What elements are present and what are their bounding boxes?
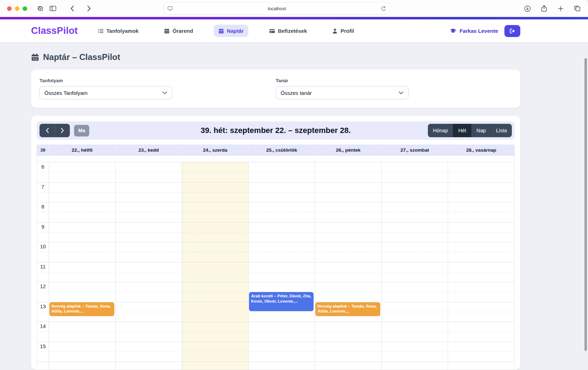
nav-item-profil[interactable]: Profil [328, 25, 358, 37]
day-column-6[interactable] [448, 162, 514, 370]
view-button-het[interactable]: Hét [453, 124, 471, 137]
nav-item-befizetesek[interactable]: Befizetések [265, 25, 312, 37]
calendar-event-0[interactable]: Norvég alapfok – Tamás, Ilona, Attila, L… [49, 302, 114, 316]
week-number: 39 [37, 145, 49, 155]
calendar-icon [164, 28, 170, 34]
logout-button[interactable] [504, 25, 520, 37]
next-week-button[interactable] [55, 124, 70, 137]
prev-week-button[interactable] [40, 124, 55, 137]
downloads-icon[interactable] [522, 3, 533, 14]
half-hour-line [37, 232, 514, 232]
close-window-button[interactable] [7, 6, 12, 11]
half-hour-line [37, 352, 514, 352]
chevron-down-icon [162, 91, 167, 95]
nav-links: Tanfolyamok Órarend Naptár Befizetések P… [93, 25, 359, 37]
back-button[interactable] [67, 3, 77, 14]
day-header-2: 24., szerda [182, 145, 248, 155]
nav-item-tanfolyamok[interactable]: Tanfolyamok [93, 25, 143, 37]
new-tab-icon[interactable] [555, 3, 566, 14]
hour-line [37, 242, 514, 242]
view-button-lista[interactable]: Lista [491, 124, 512, 137]
window-copy-icon[interactable] [35, 3, 46, 14]
hour-label-8: 8 [37, 202, 49, 210]
calendar-event-2[interactable]: Norvég alapfok – Tamás, Ilona, Attila, L… [315, 302, 380, 316]
half-hour-line [37, 172, 514, 172]
half-hour-line [37, 272, 514, 272]
hour-label-10: 10 [37, 242, 49, 249]
hour-line [37, 182, 514, 183]
user-icon [332, 28, 338, 34]
chevron-down-icon [399, 91, 404, 95]
current-user[interactable]: Farkas Levente [450, 28, 498, 34]
hour-line [37, 322, 514, 322]
calendar-icon [31, 53, 39, 61]
calendar-icon [218, 28, 224, 34]
day-header-row: 39 22., hétfő23., kedd24., szerda25., cs… [37, 145, 515, 156]
hour-label-6: 6 [37, 162, 49, 170]
scrollbar-thumb[interactable] [584, 58, 587, 351]
day-header-5: 27., szombat [381, 145, 448, 155]
day-column-3[interactable] [248, 162, 315, 370]
teacher-filter-label: Tanár [276, 78, 512, 83]
user-name: Farkas Levente [460, 28, 498, 34]
hour-line [37, 222, 514, 223]
view-button-nap[interactable]: Nap [471, 124, 491, 137]
share-icon[interactable] [539, 3, 549, 14]
zoom-window-button[interactable] [23, 6, 27, 11]
hour-label-12: 12 [37, 282, 49, 289]
page-format-icon[interactable] [168, 6, 173, 11]
day-header-3: 25., csütörtök [248, 145, 315, 155]
list-icon [98, 28, 104, 34]
credit-card-icon [269, 28, 275, 34]
allday-strip [37, 156, 515, 162]
today-button[interactable]: Ma [74, 125, 89, 137]
day-header-1: 23., kedd [115, 145, 182, 155]
nav-item-orarend[interactable]: Órarend [159, 25, 198, 37]
calendar-toolbar: Ma 39. hét: szeptember 22. – szeptember … [37, 121, 515, 140]
day-column-2-today[interactable] [182, 162, 248, 370]
day-column-5[interactable] [381, 162, 448, 370]
day-column-4[interactable] [315, 162, 381, 370]
hour-label-7: 7 [37, 182, 49, 190]
hour-line [37, 262, 514, 262]
main-content: Naptár – ClassPilot Tanfolyam Összes Tan… [0, 42, 588, 370]
course-select[interactable]: Összes Tanfolyam [40, 86, 172, 99]
half-hour-line [37, 192, 514, 193]
day-header-0: 22., hétfő [49, 145, 115, 155]
sidebar-toggle-icon[interactable] [48, 3, 58, 14]
calendar-event-1[interactable]: Arab kezdő – Péter, Dávid, Zita, Kevin, … [249, 292, 314, 311]
hour-line [37, 282, 514, 282]
half-hour-line [37, 332, 514, 332]
sign-out-icon [509, 28, 515, 34]
browser-toolbar: localhost [0, 0, 588, 17]
hour-label-11: 11 [37, 262, 49, 269]
hour-line [37, 342, 514, 342]
tab-overview-icon[interactable] [572, 3, 582, 14]
filters-card: Tanfolyam Összes Tanfolyam Tanár Összes … [31, 69, 520, 108]
url-text: localhost [173, 6, 381, 11]
forward-button[interactable] [84, 3, 94, 14]
app-logo[interactable]: ClassPilot [31, 25, 78, 36]
half-hour-line [37, 212, 514, 212]
view-button-honap[interactable]: Hónap [428, 124, 453, 137]
calendar-card: Ma 39. hét: szeptember 22. – szeptember … [31, 116, 520, 370]
accent-gradient-bar [0, 17, 588, 19]
hour-label-9: 9 [37, 222, 49, 230]
view-switcher: HónapHétNapLista [428, 124, 512, 137]
hour-line [37, 202, 514, 202]
day-column-0[interactable] [49, 162, 115, 370]
day-header-4: 26., péntek [315, 145, 381, 155]
teacher-select[interactable]: Összes tanár [276, 86, 408, 99]
reload-icon[interactable] [381, 6, 386, 11]
course-filter-label: Tanfolyam [40, 78, 276, 83]
address-bar[interactable]: localhost [164, 2, 390, 14]
minimize-window-button[interactable] [15, 6, 19, 11]
day-column-1[interactable] [115, 162, 182, 370]
half-hour-line [37, 252, 514, 252]
page-title: Naptár – ClassPilot [31, 52, 520, 62]
hour-label-13: 13 [37, 302, 49, 309]
app-navbar: ClassPilot Tanfolyamok Órarend Naptár Be… [0, 19, 588, 42]
nav-item-naptar[interactable]: Naptár [214, 25, 248, 37]
time-grid: 6789101112131415 Norvég alapfok – Tamás,… [37, 162, 515, 370]
hour-line [37, 362, 514, 362]
